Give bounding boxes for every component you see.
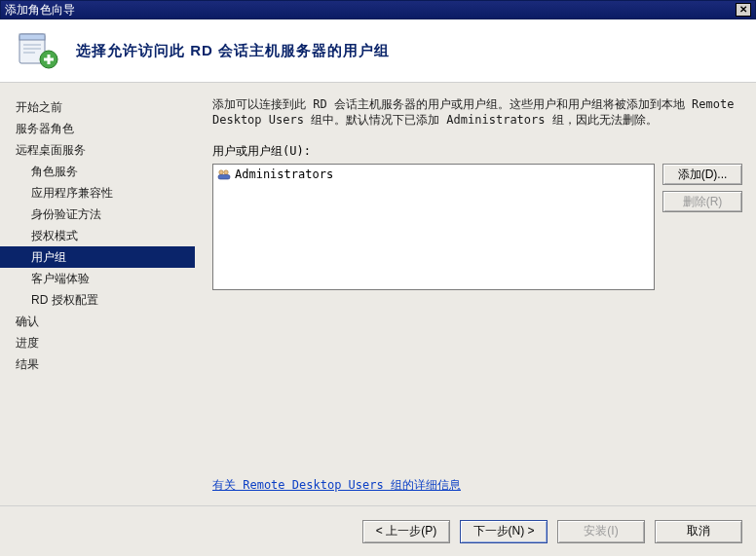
- page-title: 选择允许访问此 RD 会话主机服务器的用户组: [76, 42, 390, 60]
- wizard-sidebar: 开始之前服务器角色远程桌面服务角色服务应用程序兼容性身份验证方法授权模式用户组客…: [0, 83, 195, 505]
- sidebar-item-5[interactable]: 身份验证方法: [0, 204, 195, 225]
- close-icon: ✕: [739, 0, 747, 19]
- sidebar-item-2[interactable]: 远程桌面服务: [0, 139, 195, 161]
- close-button[interactable]: ✕: [736, 3, 751, 17]
- description-text: 添加可以连接到此 RD 会话主机服务器的用户或用户组。这些用户和用户组将被添加到…: [212, 96, 742, 128]
- help-link[interactable]: 有关 Remote Desktop Users 组的详细信息: [212, 477, 742, 494]
- title-bar: 添加角色向导 ✕: [0, 0, 756, 19]
- sidebar-item-11[interactable]: 进度: [0, 332, 195, 353]
- content-panel: 添加可以连接到此 RD 会话主机服务器的用户或用户组。这些用户和用户组将被添加到…: [195, 83, 756, 505]
- sidebar-item-12[interactable]: 结果: [0, 353, 195, 375]
- sidebar-item-10[interactable]: 确认: [0, 311, 195, 332]
- svg-rect-2: [23, 44, 41, 46]
- svg-point-8: [219, 170, 223, 174]
- group-icon: [217, 168, 231, 180]
- list-label: 用户或用户组(U):: [212, 143, 742, 160]
- sidebar-item-8[interactable]: 客户端体验: [0, 268, 195, 289]
- remove-button: 删除(R): [662, 191, 742, 212]
- svg-rect-4: [23, 52, 35, 54]
- footer-bar: < 上一步(P) 下一步(N) > 安装(I) 取消: [0, 505, 756, 556]
- sidebar-item-7[interactable]: 用户组: [0, 246, 195, 268]
- window-title: 添加角色向导: [5, 0, 75, 19]
- list-item-0[interactable]: Administrators: [215, 167, 652, 182]
- sidebar-item-1[interactable]: 服务器角色: [0, 118, 195, 139]
- header-panel: 选择允许访问此 RD 会话主机服务器的用户组: [0, 19, 756, 83]
- svg-rect-7: [44, 58, 54, 61]
- svg-rect-1: [19, 34, 45, 40]
- svg-rect-10: [218, 175, 230, 180]
- next-button[interactable]: 下一步(N) >: [460, 520, 548, 543]
- body-area: 开始之前服务器角色远程桌面服务角色服务应用程序兼容性身份验证方法授权模式用户组客…: [0, 83, 756, 505]
- sidebar-item-6[interactable]: 授权模式: [0, 225, 195, 246]
- wizard-icon: [18, 30, 58, 71]
- user-group-listbox[interactable]: Administrators: [212, 164, 655, 290]
- add-button[interactable]: 添加(D)...: [662, 164, 742, 185]
- sidebar-item-3[interactable]: 角色服务: [0, 161, 195, 182]
- sidebar-item-9[interactable]: RD 授权配置: [0, 289, 195, 311]
- list-item-label: Administrators: [235, 167, 333, 181]
- prev-button[interactable]: < 上一步(P): [362, 520, 450, 543]
- svg-point-9: [224, 170, 228, 174]
- cancel-button[interactable]: 取消: [655, 520, 742, 543]
- install-button: 安装(I): [557, 520, 645, 543]
- sidebar-item-4[interactable]: 应用程序兼容性: [0, 182, 195, 204]
- svg-rect-3: [23, 48, 41, 50]
- sidebar-item-0[interactable]: 开始之前: [0, 96, 195, 118]
